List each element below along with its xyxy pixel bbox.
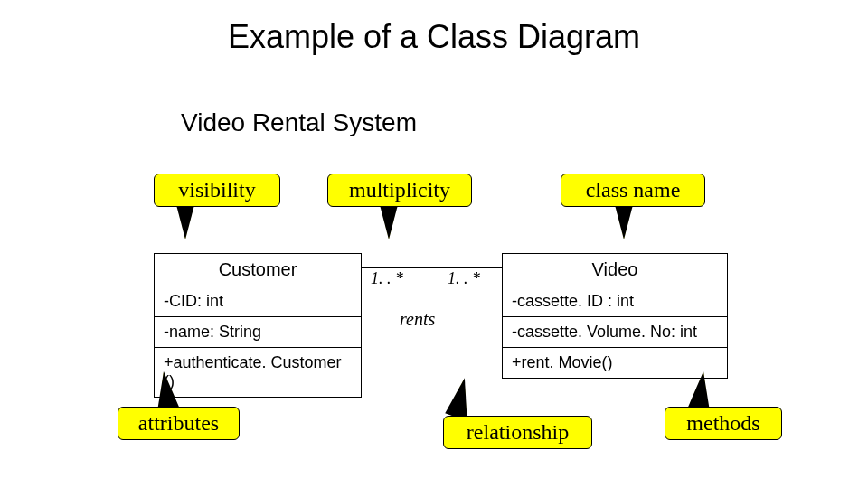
callout-multiplicity: multiplicity <box>327 174 472 207</box>
class-customer-attr-1: -name: String <box>155 317 361 348</box>
class-customer: Customer -CID: int -name: String +authen… <box>154 253 362 398</box>
class-customer-attr-0: -CID: int <box>155 286 361 317</box>
association-line <box>362 267 502 268</box>
callout-class-name: class name <box>561 174 705 207</box>
class-video-attr-0: -cassette. ID : int <box>503 286 727 317</box>
multiplicity-left: 1. . * <box>371 269 403 288</box>
class-video-name: Video <box>503 254 727 286</box>
callout-class-name-pointer <box>615 202 633 239</box>
multiplicity-right: 1. . * <box>448 269 480 288</box>
callout-attributes-pointer <box>158 372 180 410</box>
class-customer-method-0: +authenticate. Customer () <box>155 348 361 397</box>
callout-methods-pointer <box>687 372 709 410</box>
callout-relationship: relationship <box>443 416 592 449</box>
callout-attributes: attributes <box>118 407 240 440</box>
callout-visibility-pointer <box>176 202 194 239</box>
association-label: rents <box>400 309 435 330</box>
callout-multiplicity-pointer <box>380 202 398 239</box>
class-video-attr-1: -cassette. Volume. No: int <box>503 317 727 348</box>
class-video: Video -cassette. ID : int -cassette. Vol… <box>502 253 728 379</box>
class-customer-name: Customer <box>155 254 361 286</box>
callout-relationship-pointer <box>447 377 480 420</box>
subtitle: Video Rental System <box>181 108 417 137</box>
page-title: Example of a Class Diagram <box>0 18 868 56</box>
callout-visibility: visibility <box>154 174 280 207</box>
callout-methods: methods <box>665 407 782 440</box>
